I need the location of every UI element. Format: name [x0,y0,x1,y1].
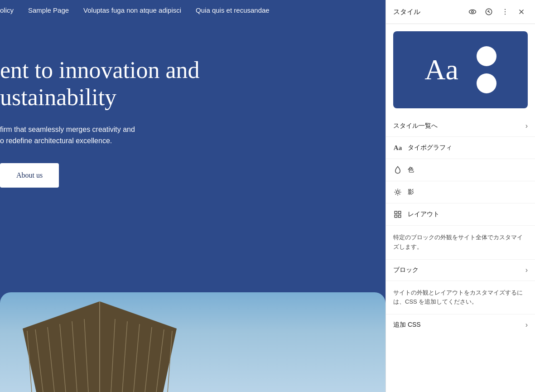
style-aa-text: Aa [424,53,458,87]
about-us-button[interactable]: About us [0,163,59,188]
styles-list-row[interactable]: スタイル一覧へ › [386,116,535,137]
hero-subtitle: firm that seamlessly merges creativity a… [0,124,204,147]
typography-icon: Aa [393,143,402,152]
svg-point-19 [505,14,506,15]
panel-title: スタイル [393,8,463,16]
history-icon [485,8,493,16]
svg-rect-33 [395,215,397,218]
svg-line-28 [400,194,400,195]
nav-bar: olicy Sample Page Voluptas fuga non atqu… [0,0,386,20]
shadow-label: 影 [408,188,414,196]
eye-icon [468,8,477,16]
layout-row[interactable]: レイアウト [386,203,535,226]
panel-header: スタイル [386,0,535,24]
hero-title: ent to innovation and ustainability [0,57,227,111]
building-image [0,292,386,392]
svg-point-17 [505,9,506,10]
svg-point-22 [396,191,399,194]
block-description: 特定のブロックの外観をサイト全体でカスタマイズします。 [386,226,535,260]
svg-rect-32 [399,211,401,213]
css-chevron-icon: › [525,321,528,329]
shadow-icon [393,188,402,197]
styles-panel: スタイル [386,0,535,392]
building-svg [23,301,177,392]
shadow-row[interactable]: 影 [386,181,535,203]
close-icon [517,8,525,16]
svg-line-27 [395,190,396,191]
style-dots [477,46,496,93]
more-button[interactable] [499,5,511,18]
color-row[interactable]: 色 [386,159,535,181]
eye-button[interactable] [466,5,479,18]
hero-section: ent to innovation and ustainability firm… [0,20,386,206]
svg-point-18 [505,11,506,12]
style-preview-card: Aa [393,31,528,108]
css-row[interactable]: 追加 CSS › [386,315,535,335]
more-icon [501,8,509,16]
block-label: ブロック [393,266,419,274]
typography-label: タイポグラフィ [408,144,452,152]
typography-row[interactable]: Aa タイポグラフィ [386,137,535,159]
svg-point-14 [469,10,476,14]
svg-rect-34 [399,215,401,218]
svg-line-30 [395,194,396,195]
style-dot-1 [477,46,496,66]
css-label: 追加 CSS [393,321,421,329]
nav-item-voluptas[interactable]: Voluptas fuga non atque adipisci [83,6,181,14]
layout-icon [393,210,402,219]
color-icon [393,165,402,174]
svg-line-29 [400,190,400,191]
website-preview: olicy Sample Page Voluptas fuga non atqu… [0,0,386,392]
style-dot-2 [477,73,496,93]
layout-label: レイアウト [408,210,439,218]
block-chevron-icon: › [525,266,528,274]
svg-point-15 [472,11,474,13]
nav-item-sample[interactable]: Sample Page [28,6,69,14]
chevron-right-icon: › [525,122,528,130]
history-button[interactable] [482,5,495,18]
nav-item-policy[interactable]: olicy [0,6,14,14]
color-label: 色 [408,166,414,174]
styles-list-label: スタイル一覧へ [393,122,438,130]
close-button[interactable] [515,5,528,18]
nav-item-quia[interactable]: Quia quis et recusandae [196,6,270,14]
block-row[interactable]: ブロック › [386,260,535,281]
svg-rect-31 [395,211,397,213]
css-description: サイトの外観とレイアウトをカスタマイズするには、CSS を追加してください。 [386,281,535,315]
